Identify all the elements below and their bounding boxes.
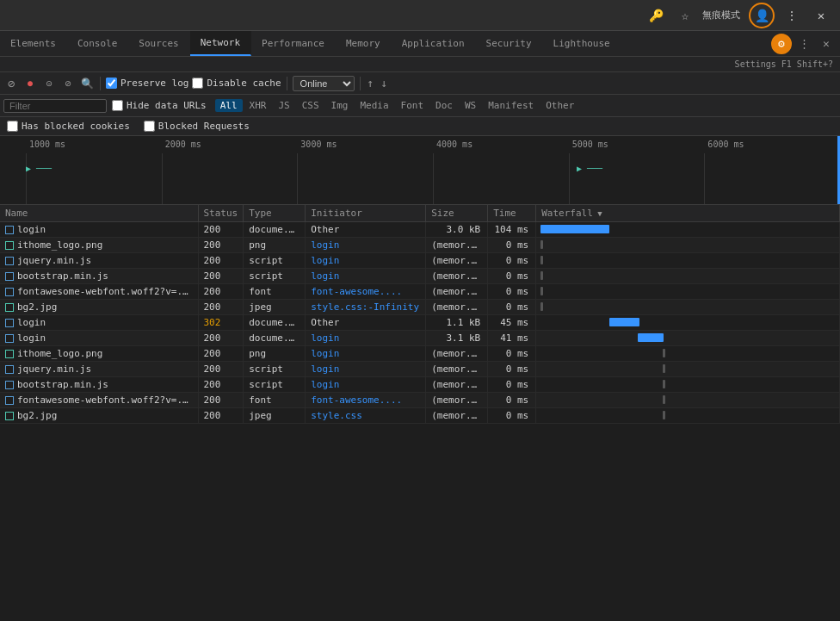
header-time[interactable]: Time [488, 205, 536, 222]
table-row[interactable]: login200docume...Other3.0 kB104 ms [0, 222, 840, 238]
table-row[interactable]: login200docume...login3.1 kB41 ms [0, 331, 840, 346]
has-blocked-cookies-label[interactable]: Has blocked cookies [7, 121, 130, 132]
tab-security[interactable]: Security [476, 31, 543, 56]
table-row[interactable]: ithome_logo.png200pnglogin(memor...0 ms [0, 346, 840, 362]
table-row[interactable]: jquery.min.js200scriptlogin(memor...0 ms [0, 362, 840, 377]
preserve-log-label[interactable]: Preserve log [106, 78, 188, 89]
filter-type-all[interactable]: All [215, 99, 243, 112]
file-icon [5, 381, 14, 389]
table-row[interactable]: fontawesome-webfont.woff2?v=...200fontfo… [0, 393, 840, 408]
header-initiator[interactable]: Initiator [306, 205, 426, 222]
initiator-link[interactable]: style.css [311, 410, 362, 421]
filter-type-js[interactable]: JS [273, 99, 294, 112]
header-waterfall[interactable]: Waterfall [536, 205, 840, 222]
initiator-link[interactable]: login [311, 270, 339, 282]
preserve-log-text: Preserve log [120, 78, 188, 89]
more-icon[interactable]: ⋮ [780, 3, 804, 28]
network-table-container[interactable]: Name Status Type Initiator Size Time Wat… [0, 205, 840, 621]
filter-type-manifest[interactable]: Manifest [483, 99, 539, 112]
waterfall-bar [663, 349, 665, 357]
incognito-button[interactable]: 👤 [749, 3, 775, 28]
cell-name: bootstrap.min.js [0, 377, 198, 393]
table-row[interactable]: fontawesome-webfont.woff2?v=...200fontfo… [0, 284, 840, 300]
close-icon[interactable]: ✕ [809, 3, 833, 28]
initiator-link[interactable]: login [311, 348, 339, 359]
header-status[interactable]: Status [198, 205, 244, 222]
initiator-link[interactable]: style.css:-Infinity [311, 301, 419, 313]
cell-waterfall [536, 222, 840, 238]
cell-name: login [0, 331, 198, 346]
file-icon [5, 350, 14, 358]
cell-type: png [244, 238, 306, 253]
tab-elements[interactable]: Elements [0, 31, 67, 56]
initiator-link[interactable]: login [311, 332, 339, 344]
header-size[interactable]: Size [426, 205, 488, 222]
tab-sources[interactable]: Sources [128, 31, 189, 56]
preserve-log-checkbox[interactable] [106, 78, 117, 89]
filter-type-other[interactable]: Other [540, 99, 579, 112]
record-button[interactable]: ● [22, 76, 38, 91]
initiator-link[interactable]: login [311, 363, 339, 375]
file-icon [5, 412, 14, 420]
time-label-5000: 5000 ms [569, 140, 705, 149]
tab-performance[interactable]: Performance [251, 31, 336, 56]
download-icon[interactable]: ↓ [379, 77, 389, 90]
cell-status: 200 [198, 393, 244, 408]
table-row[interactable]: login302docume...Other1.1 kB45 ms [0, 315, 840, 331]
tab-memory[interactable]: Memory [336, 31, 392, 56]
file-icon [5, 288, 14, 296]
hide-data-urls-label[interactable]: Hide data URLs [112, 100, 207, 111]
table-row[interactable]: bg2.jpg200jpegstyle.css:-Infinity(memor.… [0, 300, 840, 315]
initiator-link[interactable]: login [311, 255, 339, 266]
tab-application[interactable]: Application [392, 31, 476, 56]
initiator-link[interactable]: login [311, 239, 339, 251]
filter-type-xhr[interactable]: XHR [244, 99, 272, 112]
upload-icon[interactable]: ↑ [366, 77, 376, 90]
network-throttle-select[interactable]: Online Fast 3G Slow 3G Offline [293, 76, 355, 91]
search-toolbar-icon[interactable]: 🔍 [79, 76, 95, 91]
filter-type-css[interactable]: CSS [297, 99, 324, 112]
cell-time: 0 ms [488, 393, 536, 408]
cell-size: (memor... [426, 253, 488, 269]
more-tab-icon[interactable]: ⋮ [794, 34, 814, 54]
filter-type-media[interactable]: Media [355, 99, 393, 112]
cell-initiator: style.css [306, 408, 426, 424]
tab-console[interactable]: Console [67, 31, 128, 56]
waterfall-bar [540, 225, 609, 233]
header-type[interactable]: Type [244, 205, 306, 222]
blocked-requests-checkbox[interactable] [144, 121, 155, 132]
grid-line-5 [569, 153, 705, 204]
filter-type-font[interactable]: Font [396, 99, 429, 112]
blocked-requests-text: Blocked Requests [158, 121, 250, 132]
disable-cache-checkbox[interactable] [192, 78, 203, 89]
initiator-link[interactable]: font-awesome.... [311, 286, 402, 297]
blocked-requests-label[interactable]: Blocked Requests [144, 121, 250, 132]
cell-type: docume... [244, 331, 306, 346]
filter-type-doc[interactable]: Doc [430, 99, 458, 112]
header-name[interactable]: Name [0, 205, 198, 222]
filter-input[interactable] [3, 99, 107, 113]
table-row[interactable]: jquery.min.js200scriptlogin(memor...0 ms [0, 253, 840, 269]
settings-icon[interactable]: ⚙ [771, 34, 792, 54]
hide-data-urls-checkbox[interactable] [112, 100, 123, 111]
initiator-link[interactable]: login [311, 379, 339, 390]
has-blocked-cookies-checkbox[interactable] [7, 121, 18, 132]
disable-cache-label[interactable]: Disable cache [192, 78, 281, 89]
star-icon[interactable]: ☆ [673, 3, 697, 28]
file-icon [5, 365, 14, 374]
table-row[interactable]: bg2.jpg200jpegstyle.css(memor...0 ms [0, 408, 840, 424]
initiator-link[interactable]: font-awesome.... [311, 394, 402, 406]
table-row[interactable]: bootstrap.min.js200scriptlogin(memor...0… [0, 269, 840, 284]
filter-type-ws[interactable]: WS [460, 99, 481, 112]
close-devtools-icon[interactable]: ✕ [816, 34, 837, 54]
table-row[interactable]: ithome_logo.png200pnglogin(memor...0 ms [0, 238, 840, 253]
tab-network[interactable]: Network [190, 31, 251, 56]
tab-lighthouse[interactable]: Lighthouse [543, 31, 621, 56]
waterfall-bar [663, 380, 665, 388]
table-row[interactable]: bootstrap.min.js200scriptlogin(memor...0… [0, 377, 840, 393]
stop-record-button[interactable]: ⊝ [41, 76, 57, 91]
filter-type-img[interactable]: Img [326, 99, 354, 112]
filter-toolbar-icon[interactable]: ⊘ [60, 76, 76, 91]
key-icon[interactable]: 🔑 [644, 3, 668, 28]
clear-button[interactable]: ⊘ [3, 76, 19, 91]
